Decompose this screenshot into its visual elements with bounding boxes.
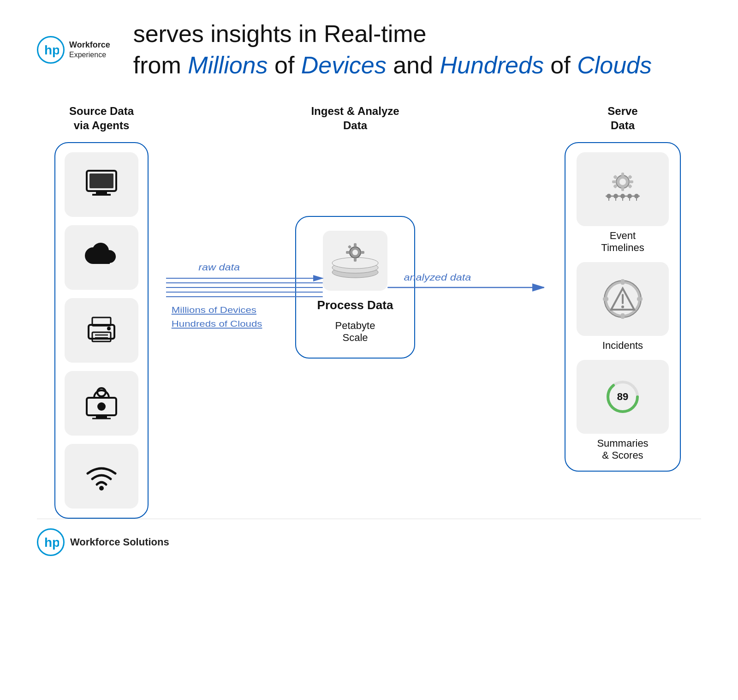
serve-column: EventTimelines bbox=[544, 142, 701, 472]
hp-brand: Workforce bbox=[69, 40, 110, 50]
svg-rect-44 bbox=[629, 180, 633, 183]
title-clouds: Clouds bbox=[577, 52, 652, 78]
main-title: serves insights in Real-time from Millio… bbox=[133, 18, 701, 81]
user-display-icon bbox=[83, 385, 120, 422]
printer-icon-card bbox=[65, 298, 138, 363]
serve-box: EventTimelines bbox=[565, 142, 681, 472]
svg-rect-65 bbox=[637, 297, 643, 301]
hp-sub: Experience bbox=[69, 50, 110, 59]
column-headers: Source Datavia Agents Ingest & AnalyzeDa… bbox=[37, 104, 701, 132]
wifi-icon-card bbox=[65, 444, 138, 509]
hp-logo: hp Workforce Experience bbox=[37, 36, 110, 64]
svg-text:hp: hp bbox=[44, 535, 59, 550]
ingest-column-header: Ingest & AnalyzeData bbox=[166, 104, 544, 132]
source-column-header: Source Datavia Agents bbox=[37, 104, 166, 132]
footer-hp-icon: hp bbox=[42, 534, 59, 550]
svg-rect-4 bbox=[89, 174, 113, 188]
svg-text:hp: hp bbox=[44, 43, 59, 57]
monitor-icon bbox=[83, 166, 120, 203]
title-of-clouds: of bbox=[544, 52, 577, 78]
score-gauge-wrapper: 89 bbox=[577, 360, 669, 434]
header: hp Workforce Experience serves insights … bbox=[37, 18, 701, 81]
middle-area: raw data Millions of Devices Hundreds of… bbox=[166, 142, 544, 456]
svg-point-10 bbox=[107, 327, 111, 330]
svg-text:Hundreds of Clouds: Hundreds of Clouds bbox=[172, 318, 262, 328]
footer-hp-circle: hp bbox=[37, 528, 65, 556]
footer-hp-logo: hp bbox=[37, 528, 65, 556]
source-column bbox=[37, 142, 166, 519]
footer: hp Workforce Solutions bbox=[37, 519, 701, 556]
source-box bbox=[54, 142, 149, 519]
event-timelines-label: EventTimelines bbox=[601, 230, 644, 254]
cloud-icon-card bbox=[65, 225, 138, 290]
title-line1: serves insights in Real-time bbox=[133, 20, 427, 47]
svg-text:analyzed data: analyzed data bbox=[404, 272, 471, 282]
middle-arrows-svg: raw data Millions of Devices Hundreds of… bbox=[166, 142, 544, 456]
summaries-scores-item: 89 Summaries& Scores bbox=[577, 360, 669, 461]
incidents-item: Incidents bbox=[577, 262, 669, 352]
title-and: and bbox=[387, 52, 440, 78]
title-devices: Devices bbox=[301, 52, 387, 78]
svg-text:raw data: raw data bbox=[198, 262, 240, 272]
user-display-icon-card bbox=[65, 371, 138, 436]
score-circle: 89 bbox=[604, 378, 641, 415]
title-of-devices: of bbox=[268, 52, 301, 78]
serve-column-header: ServeData bbox=[544, 104, 701, 132]
printer-icon bbox=[83, 312, 120, 349]
svg-point-14 bbox=[97, 388, 106, 396]
svg-rect-43 bbox=[612, 180, 616, 183]
wifi-icon bbox=[83, 458, 120, 495]
hp-logo-text: Workforce Experience bbox=[69, 40, 110, 59]
header-title: serves insights in Real-time from Millio… bbox=[133, 18, 701, 81]
svg-rect-41 bbox=[621, 173, 624, 177]
title-hundreds: Hundreds bbox=[440, 52, 543, 78]
svg-rect-62 bbox=[621, 279, 625, 285]
monitor-icon-card bbox=[65, 152, 138, 217]
footer-brand-text: Workforce Solutions bbox=[70, 536, 169, 548]
incidents-icon bbox=[602, 278, 643, 320]
summaries-scores-label: Summaries& Scores bbox=[597, 437, 648, 461]
diagram-wrapper: Source Datavia Agents Ingest & AnalyzeDa… bbox=[37, 104, 701, 518]
svg-point-16 bbox=[99, 486, 104, 491]
svg-rect-64 bbox=[603, 297, 608, 301]
boxes-row: raw data Millions of Devices Hundreds of… bbox=[37, 142, 701, 519]
event-timelines-item: EventTimelines bbox=[577, 152, 669, 254]
event-timelines-icon-card bbox=[577, 152, 669, 226]
title-millions: Millions bbox=[188, 52, 268, 78]
cloud-icon bbox=[83, 239, 120, 276]
svg-point-15 bbox=[97, 402, 106, 411]
title-from: from bbox=[133, 52, 188, 78]
score-number: 89 bbox=[617, 391, 628, 403]
event-timelines-icon bbox=[602, 168, 643, 210]
hp-icon: hp bbox=[42, 42, 59, 58]
hp-logo-circle: hp bbox=[37, 36, 65, 64]
svg-point-40 bbox=[619, 179, 626, 185]
incidents-icon-card bbox=[577, 262, 669, 336]
svg-rect-42 bbox=[621, 187, 624, 191]
incidents-label: Incidents bbox=[602, 340, 643, 352]
svg-point-68 bbox=[621, 305, 624, 308]
svg-rect-63 bbox=[621, 313, 625, 319]
summaries-scores-icon-card: 89 bbox=[577, 360, 669, 434]
svg-text:Millions of Devices: Millions of Devices bbox=[172, 305, 256, 314]
svg-rect-7 bbox=[92, 332, 111, 341]
